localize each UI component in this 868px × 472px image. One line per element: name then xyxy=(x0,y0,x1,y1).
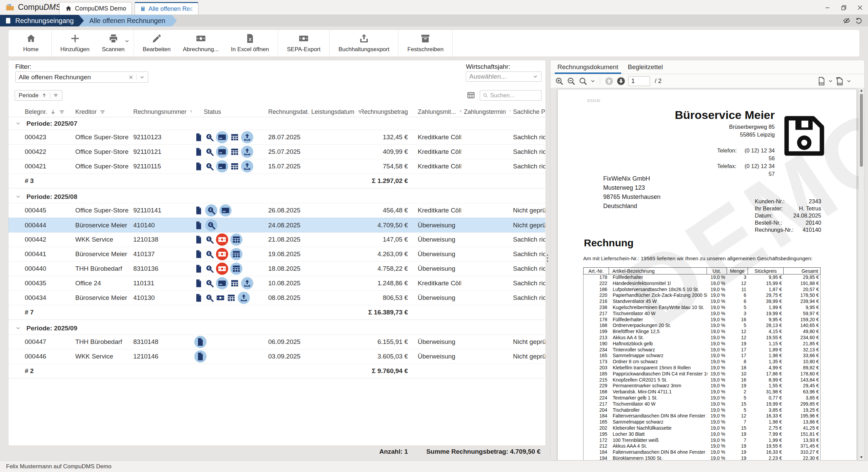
invoice-row[interactable]: 000444 Büroservice Meier 410140 € 24.08.… xyxy=(8,218,545,232)
invoice-page[interactable]: DEMO ID10140 Büroservice Meier Brüserber… xyxy=(557,89,857,460)
status-doc-icon[interactable] xyxy=(194,147,203,156)
column-header[interactable]: Rechnungsbetrag xyxy=(361,108,415,116)
window-tab[interactable]: Alle offenen Rechnung xyxy=(135,2,198,15)
status-money-icon[interactable] xyxy=(216,293,225,302)
scannen-button[interactable]: Scannen xyxy=(96,30,131,57)
column-header[interactable]: Leistungsdatum xyxy=(309,108,361,116)
scroll-down-icon[interactable] xyxy=(860,455,863,459)
group-expander-icon[interactable] xyxy=(15,325,21,331)
viewer-tab-rechnungsdokument[interactable]: Rechnungsdokument xyxy=(553,60,623,74)
page-number-input[interactable] xyxy=(628,76,650,86)
status-doc-icon[interactable] xyxy=(194,293,203,302)
invoice-row[interactable]: 000442 WKK Service 1210138 € 21.08.2025 … xyxy=(8,232,545,247)
vertical-scrollbar[interactable] xyxy=(859,88,864,460)
column-filter-icon[interactable] xyxy=(100,109,105,115)
breadcrumb-rechnungseingang[interactable]: Rechnungseingang xyxy=(0,15,84,26)
status-search-icon[interactable]: € xyxy=(205,162,214,171)
status-money-icon[interactable] xyxy=(216,248,228,260)
status-upload-icon[interactable] xyxy=(241,131,253,143)
zoom-out-icon[interactable] xyxy=(567,77,576,86)
status-money-icon[interactable] xyxy=(216,263,228,275)
chevron-down-icon[interactable] xyxy=(139,75,145,80)
status-search-icon[interactable]: € xyxy=(205,204,217,217)
status-search-icon[interactable]: € xyxy=(205,293,214,302)
fiscal-year-combobox[interactable]: Auswählen... xyxy=(466,71,541,82)
status-table-icon[interactable] xyxy=(230,248,242,260)
status-card-icon[interactable] xyxy=(216,131,228,143)
group-expander-icon[interactable] xyxy=(15,121,21,126)
status-card-icon[interactable] xyxy=(219,204,232,217)
status-search-icon[interactable]: € xyxy=(205,279,214,288)
status-upload-icon[interactable] xyxy=(238,292,250,304)
restore-button[interactable] xyxy=(835,0,852,15)
status-upload-icon[interactable] xyxy=(241,160,253,172)
home-button[interactable]: Home xyxy=(13,30,48,57)
print-pdf-icon[interactable]: PDF xyxy=(835,77,844,86)
column-header[interactable]: Zahlungsmit... xyxy=(415,108,461,116)
status-card-icon[interactable] xyxy=(216,146,228,158)
column-header[interactable]: Rechnungsnummer xyxy=(131,108,192,116)
column-header[interactable]: Sachliche Pr... xyxy=(510,108,545,116)
column-header[interactable]: Belegnr. xyxy=(13,108,73,116)
status-doc-icon[interactable] xyxy=(194,133,203,142)
sort-descending-icon[interactable] xyxy=(50,109,56,115)
chevron-down-icon[interactable] xyxy=(590,79,595,84)
invoice-row[interactable]: 000441 Büroservice Meier 410137 € 19.08.… xyxy=(8,247,545,262)
status-table-icon[interactable] xyxy=(230,147,239,156)
group-expander-icon[interactable] xyxy=(15,194,21,200)
zoom-select-icon[interactable] xyxy=(578,77,588,86)
invoice-row[interactable]: 000440 THH Bürobedarf 8310136 € 18.08.20… xyxy=(8,262,545,276)
status-table-icon[interactable] xyxy=(230,263,242,275)
status-money-icon[interactable] xyxy=(216,233,228,246)
status-doc-icon[interactable] xyxy=(194,162,203,171)
reset-layout-icon[interactable] xyxy=(855,17,863,24)
status-search-icon[interactable]: € xyxy=(205,235,214,244)
status-doc-icon[interactable] xyxy=(194,279,203,288)
status-doc-icon[interactable] xyxy=(194,235,203,244)
invoice-row[interactable]: 000447 THH Bürobedarf 8310148 06.09.2025… xyxy=(8,335,545,349)
status-table-icon[interactable] xyxy=(227,293,236,302)
status-table-icon[interactable] xyxy=(230,162,239,171)
chevron-down-icon[interactable] xyxy=(124,39,130,44)
status-upload-icon[interactable] xyxy=(241,277,253,289)
abrechnung-button[interactable]: Abrechnung... xyxy=(177,30,225,57)
sort-ascending-icon[interactable] xyxy=(42,93,47,98)
status-search-icon[interactable]: € xyxy=(205,219,217,231)
status-doc-icon[interactable] xyxy=(194,336,206,348)
status-doc-icon[interactable] xyxy=(194,206,203,215)
column-header[interactable]: Status xyxy=(192,108,256,116)
export-pdf-icon[interactable]: PDF xyxy=(817,77,826,86)
invoice-row[interactable]: 000434 Büroservice Meier 410130 € 08.08.… xyxy=(8,291,545,305)
status-search-icon[interactable]: € xyxy=(205,147,214,156)
invoice-row[interactable]: 000422 Office Super-Store 92110121 € 25.… xyxy=(8,145,545,159)
column-filter-icon[interactable] xyxy=(357,109,361,115)
next-page-icon[interactable] xyxy=(616,77,626,86)
minimize-button[interactable] xyxy=(819,0,835,15)
preview-toggle-icon[interactable] xyxy=(843,17,850,24)
filter-lines-icon[interactable] xyxy=(53,93,58,98)
status-upload-icon[interactable] xyxy=(241,146,253,158)
column-header[interactable]: Rechnungsdat... xyxy=(256,108,309,116)
bearbeiten-button[interactable]: Bearbeiten xyxy=(137,30,177,57)
column-header[interactable]: Kreditor xyxy=(73,108,131,116)
column-chooser-icon[interactable] xyxy=(467,91,475,100)
group-header-row[interactable]: Periode: 2025/07 xyxy=(8,117,545,130)
status-search-icon[interactable]: € xyxy=(205,250,214,259)
clear-filter-icon[interactable] xyxy=(128,75,134,80)
chevron-down-icon[interactable] xyxy=(846,79,851,84)
hinzufügen-button[interactable]: Hinzufügen xyxy=(54,30,96,57)
status-table-icon[interactable] xyxy=(230,133,239,142)
vertical-scrollbar-thumb[interactable] xyxy=(860,94,863,167)
status-card-icon[interactable] xyxy=(216,160,228,172)
status-doc-icon[interactable] xyxy=(194,250,203,259)
buchhaltungsexport-button[interactable]: Buchhaltungsexport xyxy=(332,30,395,57)
invoice-row[interactable]: 000423 Office Super-Store 92110123 € 28.… xyxy=(8,130,545,145)
panel-splitter[interactable]: ⋮ xyxy=(545,249,550,267)
group-header-row[interactable]: Periode: 2025/08 xyxy=(8,190,545,203)
scroll-up-icon[interactable] xyxy=(860,89,863,93)
column-filter-icon[interactable] xyxy=(59,109,65,115)
filter-combobox[interactable]: Alle offenen Rechnungen xyxy=(15,71,148,83)
previous-page-icon[interactable] xyxy=(605,77,614,86)
status-doc-icon[interactable] xyxy=(194,264,203,273)
status-table-icon[interactable] xyxy=(230,233,242,246)
